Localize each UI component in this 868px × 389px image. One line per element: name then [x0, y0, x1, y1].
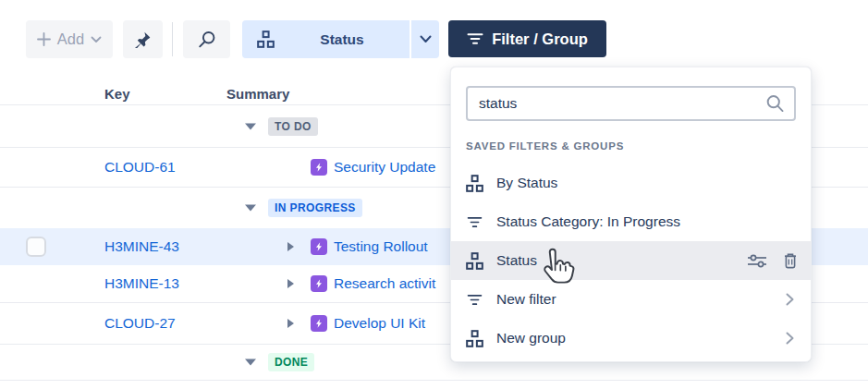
chevron-down-icon: [420, 35, 432, 43]
filter-icon: [466, 216, 483, 228]
dropdown-item-label: New group: [496, 330, 566, 346]
filter-group-button[interactable]: Filter / Group: [448, 20, 606, 57]
issue-summary-link[interactable]: Security Update: [334, 159, 435, 176]
dropdown-item-label: New filter: [496, 291, 556, 308]
column-header-key[interactable]: Key: [104, 85, 130, 101]
epic-issue-type-icon: [311, 159, 327, 176]
toolbar: Add Status Filter / Group: [0, 0, 868, 74]
dropdown-search-box[interactable]: [466, 86, 796, 121]
issue-key-link[interactable]: H3MINE-13: [104, 275, 179, 292]
chevron-down-icon: [91, 36, 102, 43]
filter-icon: [467, 32, 483, 45]
add-button[interactable]: Add: [26, 20, 113, 58]
collapse-triangle-icon[interactable]: [245, 123, 256, 129]
submenu-chevron-right-icon: [786, 293, 794, 306]
structure-board: Add Status Filter / Group Key Summary: [0, 0, 868, 389]
dropdown-item-list: By Status Status Category: In Progress S…: [451, 164, 811, 358]
issue-key-link[interactable]: CLOUD-61: [104, 159, 176, 176]
grouping-selector-label: Status: [275, 31, 410, 48]
group-icon: [466, 330, 483, 347]
search-icon: [764, 93, 785, 114]
dropdown-item-label: Status: [496, 252, 537, 269]
dropdown-item-label: By Status: [496, 175, 557, 191]
issue-summary-link[interactable]: Testing Rollout: [334, 238, 428, 255]
status-lozenge-todo: TO DO: [268, 117, 318, 136]
pin-icon: [134, 30, 152, 48]
grouping-selector-chevron[interactable]: [411, 35, 439, 43]
column-header-summary[interactable]: Summary: [226, 85, 289, 101]
expand-arrow-icon[interactable]: [287, 242, 294, 251]
saved-filters-section-header: SAVED FILTERS & GROUPS: [466, 140, 796, 153]
issue-summary-link[interactable]: Research activit: [334, 275, 435, 292]
expand-arrow-icon[interactable]: [287, 319, 294, 328]
dropdown-item-label: Status Category: In Progress: [496, 213, 680, 230]
dropdown-item-new-filter[interactable]: New filter: [451, 280, 811, 319]
submenu-chevron-right-icon: [786, 332, 794, 345]
filter-group-button-label: Filter / Group: [492, 30, 588, 48]
dropdown-item-by-status[interactable]: By Status: [451, 164, 811, 202]
dropdown-item-status[interactable]: Status: [451, 241, 811, 280]
epic-issue-type-icon: [311, 275, 327, 292]
issue-summary-link[interactable]: Develop UI Kit: [334, 315, 425, 332]
issue-key-link[interactable]: CLOUD-27: [104, 315, 176, 332]
dropdown-item-status-category[interactable]: Status Category: In Progress: [451, 202, 811, 241]
toolbar-divider: [172, 22, 173, 56]
status-lozenge-done: DONE: [268, 353, 314, 371]
delete-trash-icon[interactable]: [783, 252, 798, 269]
search-button[interactable]: [183, 20, 230, 58]
issue-key-link[interactable]: H3MINE-43: [104, 238, 179, 255]
collapse-triangle-icon[interactable]: [245, 204, 256, 211]
epic-issue-type-icon: [311, 238, 327, 255]
search-icon: [198, 30, 216, 49]
dropdown-item-new-group[interactable]: New group: [451, 319, 811, 358]
filter-icon: [466, 294, 483, 306]
filter-group-dropdown: SAVED FILTERS & GROUPS By Status Status …: [450, 67, 812, 362]
group-icon: [466, 175, 483, 192]
row-checkbox[interactable]: [26, 237, 46, 257]
dropdown-search-input[interactable]: [479, 95, 764, 112]
status-lozenge-inprogress: IN PROGRESS: [268, 199, 362, 217]
settings-sliders-icon[interactable]: [747, 254, 767, 268]
group-icon: [466, 252, 483, 270]
group-icon: [257, 30, 275, 48]
item-actions: [747, 252, 798, 269]
expand-arrow-icon[interactable]: [287, 279, 294, 288]
collapse-triangle-icon[interactable]: [245, 359, 256, 366]
pin-button[interactable]: [123, 20, 163, 58]
grouping-selector[interactable]: Status: [242, 20, 439, 58]
plus-icon: [37, 32, 51, 46]
add-button-label: Add: [57, 30, 84, 48]
epic-issue-type-icon: [311, 315, 327, 332]
